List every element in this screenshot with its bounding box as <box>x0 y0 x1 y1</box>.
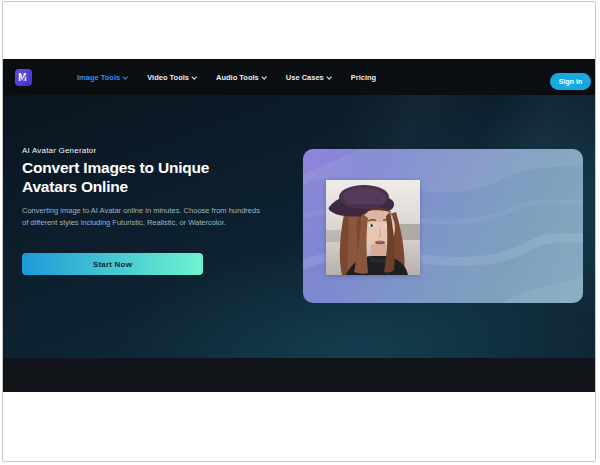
nav-item-label: Pricing <box>351 73 376 82</box>
main-navbar: M Image Tools Video Tools Audio Tools Us… <box>3 59 595 95</box>
brand-logo[interactable]: M <box>15 69 32 86</box>
nav-item-use-cases[interactable]: Use Cases <box>286 73 332 82</box>
hero-description: Converting image to AI Avatar online in … <box>22 205 260 229</box>
hero-title: Convert Images to UniqueAvatars Online <box>22 158 209 196</box>
bottom-white-strip <box>3 392 595 461</box>
nav-menu: Image Tools Video Tools Audio Tools Use … <box>77 73 376 82</box>
chevron-down-icon <box>327 74 332 79</box>
start-now-button[interactable]: Start Now <box>22 253 203 275</box>
media-logo-m-icon: M <box>17 71 30 84</box>
source-portrait-image <box>326 180 420 275</box>
hero-eyebrow: AI Avatar Generator <box>22 146 96 155</box>
top-white-strip <box>3 2 595 59</box>
chevron-down-icon <box>262 74 267 79</box>
hero-section: AI Avatar Generator Convert Images to Un… <box>3 95 595 392</box>
nav-item-pricing[interactable]: Pricing <box>351 73 376 82</box>
nav-item-video-tools[interactable]: Video Tools <box>147 73 197 82</box>
sign-in-button[interactable]: Sign in <box>550 73 591 90</box>
svg-text:M: M <box>18 72 26 83</box>
nav-item-audio-tools[interactable]: Audio Tools <box>216 73 267 82</box>
hero-title-line2: Avatars Online <box>22 178 128 195</box>
avatar-preview-card <box>303 149 583 303</box>
nav-item-image-tools[interactable]: Image Tools <box>77 73 128 82</box>
nav-item-label: Audio Tools <box>216 73 259 82</box>
nav-item-label: Image Tools <box>77 73 120 82</box>
nav-item-label: Video Tools <box>147 73 189 82</box>
chevron-down-icon <box>192 74 197 79</box>
page-frame: M Image Tools Video Tools Audio Tools Us… <box>2 1 596 462</box>
hero-bottom-dark-band <box>3 358 595 392</box>
chevron-down-icon <box>123 74 128 79</box>
hero-title-line1: Convert Images to Unique <box>22 159 209 176</box>
nav-item-label: Use Cases <box>286 73 324 82</box>
